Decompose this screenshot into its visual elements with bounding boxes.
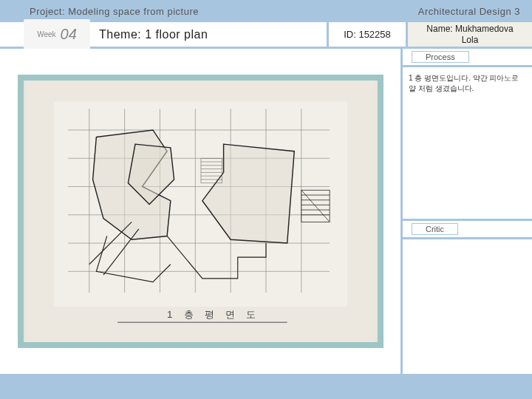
right-panel: Process 1 층 평면도입니다. 약간 피아노로얄 처럼 생겼습니다. C… <box>403 49 532 374</box>
svg-text:1 층  평 면 도: 1 층 평 면 도 <box>167 309 260 320</box>
image-panel: 1 층 평 면 도 <box>0 49 403 374</box>
critic-body <box>403 239 532 374</box>
theme-label: Theme: 1 floor plan <box>90 22 327 47</box>
process-title: Process <box>412 51 469 63</box>
week-number: 04 <box>61 26 77 43</box>
floorplan-svg: 1 층 평 면 도 <box>24 81 378 342</box>
main-area: 1 층 평 면 도 Process 1 층 평면도입니다. 약간 피아노로얄 처… <box>0 49 532 374</box>
critic-header: Critic <box>403 221 532 237</box>
name-box: Name: Mukhamedova Lola <box>408 22 532 47</box>
critic-title: Critic <box>412 223 458 235</box>
name-line1: Name: Mukhamedova <box>426 24 513 34</box>
floorplan-image: 1 층 평 면 도 <box>18 75 383 348</box>
week-label: Week <box>37 30 55 38</box>
process-header: Process <box>403 49 532 65</box>
course-label: Architectural Design 3 <box>418 6 526 17</box>
id-label: ID: 152258 <box>327 22 408 47</box>
process-body: 1 층 평면도입니다. 약간 피아노로얄 처럼 생겼습니다. <box>403 67 532 219</box>
process-text: 1 층 평면도입니다. 약간 피아노로얄 처럼 생겼습니다. <box>409 74 519 92</box>
project-label: Project: Modeling space from picture <box>6 6 418 17</box>
info-row: Week 04 Theme: 1 floor plan ID: 152258 N… <box>0 22 532 49</box>
footer-bar <box>0 374 532 396</box>
name-line2: Lola <box>462 35 479 45</box>
week-box: Week 04 <box>24 19 90 49</box>
